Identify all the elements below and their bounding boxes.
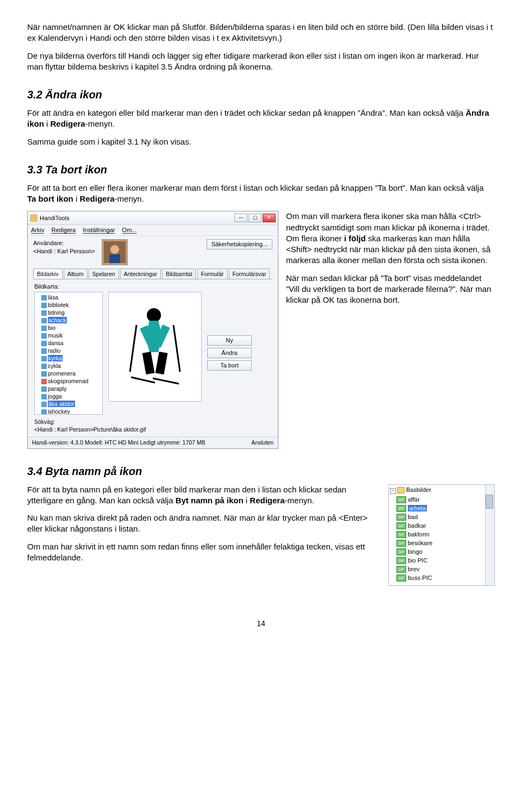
path-label: Sökväg:: [34, 418, 271, 426]
collapse-icon[interactable]: −: [390, 488, 396, 494]
tab-spelaren[interactable]: Spelaren: [89, 268, 119, 279]
tree-item[interactable]: paraply: [41, 385, 101, 392]
tab-anteckningar[interactable]: Anteckningar: [120, 268, 161, 279]
sec33-p1-e: -menyn.: [115, 194, 144, 203]
tree-item-label: skogspromenad: [48, 378, 89, 384]
mini-tree-item-label: buss PIC: [408, 574, 432, 581]
tree-item[interactable]: skogspromenad: [41, 377, 101, 385]
folder-icon: [397, 487, 405, 494]
mini-tree-item[interactable]: GIFbuss PIC: [396, 573, 493, 582]
sec33-r1-b: i följd: [344, 234, 366, 243]
tree-item-label: cykla: [48, 363, 61, 369]
backup-button[interactable]: Säkerhetskopiering...: [207, 239, 272, 249]
close-button[interactable]: ✕: [263, 214, 276, 222]
mini-tree-item[interactable]: GIFbrev: [396, 565, 493, 573]
minimize-button[interactable]: —: [234, 214, 247, 222]
mini-tree-list: GIFaffärGIFarbetaGIFbadGIFbadkarGIFbakfo…: [390, 495, 493, 582]
mini-tree-item[interactable]: GIFbad: [396, 513, 493, 521]
window-titlebar[interactable]: HandiTools — ▢ ✕: [28, 211, 278, 225]
mini-tree[interactable]: −Basbilder GIFaffärGIFarbetaGIFbadGIFbad…: [388, 484, 495, 586]
mini-tree-item[interactable]: GIFbingo: [396, 547, 493, 556]
maximize-button[interactable]: ▢: [248, 214, 262, 222]
tab-bildsamtal[interactable]: Bildsamtal: [162, 268, 196, 279]
tree-item[interactable]: jogga: [41, 392, 101, 400]
image-icon: [41, 341, 47, 346]
tree-item[interactable]: radio: [41, 347, 101, 354]
window-content: Användare: <Handi : Karl Persson> Säker: [28, 236, 278, 436]
intro-p2-text: De nya bilderna överförs till Handi och …: [27, 51, 478, 71]
sec34-p1-b: Byt namn på ikon: [176, 496, 244, 505]
menu-installningar[interactable]: Inställningar: [83, 227, 115, 233]
gif-icon: GIF: [396, 531, 406, 538]
tree-item[interactable]: schack: [41, 316, 101, 324]
mini-tree-item[interactable]: GIFarbeta: [396, 504, 493, 513]
tree-item[interactable]: tidning: [41, 309, 101, 316]
icon-tree[interactable]: läsabibliotektidningschackbiomusikdansar…: [34, 292, 103, 415]
sec34-p1: För att ta byta namn på en kategori elle…: [27, 484, 381, 507]
tree-item[interactable]: dansa: [41, 339, 101, 347]
heading-3-3: 3.3 Ta bort ikon: [27, 163, 495, 177]
preview-pane: [108, 292, 202, 402]
tree-item[interactable]: läsa: [41, 293, 101, 301]
tree-item-label: tidning: [48, 309, 65, 316]
sec34-p1-e: -menyn.: [285, 496, 314, 505]
sec34-p2: Nu kan man skriva direkt på raden och än…: [27, 513, 381, 535]
delete-button[interactable]: Ta bort: [207, 360, 252, 371]
mini-tree-item[interactable]: GIFbesökare: [396, 539, 493, 547]
app-icon: [30, 214, 38, 222]
sec33-p1-b: Ta bort ikon: [27, 194, 73, 203]
tree-item[interactable]: promenera: [41, 370, 101, 377]
new-button[interactable]: Ny: [207, 335, 252, 346]
tree-item[interactable]: musik: [41, 332, 101, 339]
sec34-tree-container: −Basbilder GIFaffärGIFarbetaGIFbadGIFbad…: [388, 484, 495, 586]
svg-point-3: [147, 308, 161, 322]
tree-item[interactable]: bibliotek: [41, 301, 101, 309]
avatar-icon: [104, 241, 126, 263]
mini-tree-item[interactable]: GIFbakform: [396, 530, 493, 539]
gif-icon: GIF: [396, 574, 406, 582]
tree-item[interactable]: cykla: [41, 362, 101, 370]
svg-rect-2: [109, 254, 120, 263]
image-icon: [41, 379, 47, 384]
user-label: Användare:: [33, 239, 72, 247]
menubar[interactable]: Arkiv Redigera Inställningar Om...: [28, 225, 278, 236]
mini-tree-item-label: bio PIC: [408, 557, 427, 564]
mini-tree-root-label: Basbilder: [406, 486, 431, 493]
menu-arkiv[interactable]: Arkiv: [31, 227, 44, 233]
heading-3-4: 3.4 Byta namn på ikon: [27, 464, 495, 479]
sec33-p1-d: Redigera: [79, 194, 114, 203]
svg-point-1: [110, 245, 119, 254]
image-icon: [41, 333, 47, 339]
tree-item[interactable]: ishockey: [41, 408, 101, 415]
edit-button[interactable]: Ändra: [207, 348, 252, 358]
tree-item-label: paraply: [48, 385, 66, 392]
tree-item-label: promenera: [48, 370, 76, 377]
mini-tree-item[interactable]: GIFbadkar: [396, 521, 493, 530]
tree-item[interactable]: kyrka: [41, 354, 101, 362]
sec33-right-text: Om man vill markera flera ikoner ska man…: [286, 211, 495, 312]
menu-redigera[interactable]: Redigera: [52, 227, 76, 233]
tree-item[interactable]: åka skidor: [41, 400, 101, 408]
gif-icon: GIF: [396, 514, 406, 521]
mini-tree-root[interactable]: −Basbilder: [390, 486, 493, 494]
mini-tree-item[interactable]: GIFbio PIC: [396, 556, 493, 565]
sec33-p1-c: i: [73, 194, 80, 203]
image-icon: [41, 356, 47, 361]
tab-album[interactable]: Album: [64, 268, 88, 279]
mini-tree-item-label: arbeta: [408, 505, 427, 511]
tree-item-label: musik: [48, 332, 63, 339]
image-icon: [41, 364, 47, 369]
sec34-two-col: För att ta byta namn på en kategori elle…: [27, 484, 495, 586]
sec32-p1-d: Redigera: [51, 119, 85, 128]
mini-tree-item[interactable]: GIFaffär: [396, 495, 493, 504]
tab-formularsvar[interactable]: Formulärsvar: [229, 268, 270, 279]
scrollbar[interactable]: [485, 485, 494, 585]
tab-formular[interactable]: Formulär: [197, 268, 228, 279]
window-buttons: — ▢ ✕: [234, 214, 276, 222]
tab-bildarkiv[interactable]: Bildarkiv: [33, 268, 63, 279]
scroll-thumb[interactable]: [486, 495, 493, 509]
tree-item[interactable]: bio: [41, 324, 101, 332]
heading-3-2: 3.2 Ändra ikon: [27, 88, 495, 102]
handitools-window-container: HandiTools — ▢ ✕ Arkiv Redigera Inställn…: [27, 211, 278, 448]
menu-om[interactable]: Om...: [122, 227, 137, 233]
